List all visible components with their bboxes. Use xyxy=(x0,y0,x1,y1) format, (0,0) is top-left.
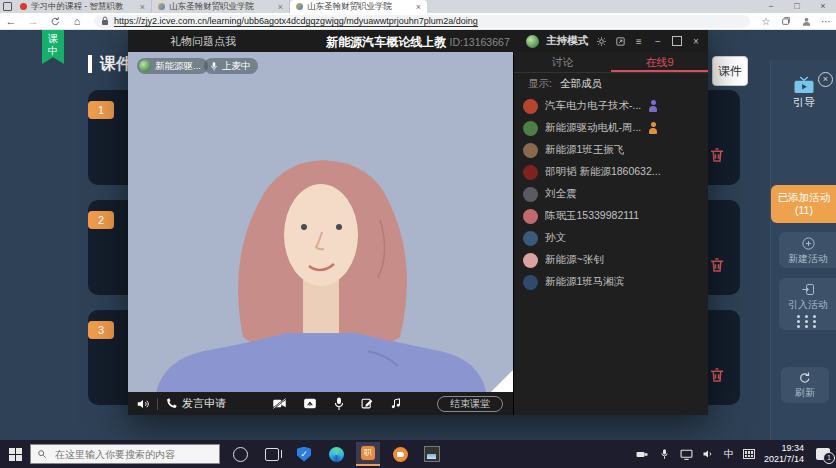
cortana-button[interactable] xyxy=(228,442,252,466)
avatar xyxy=(523,143,538,158)
list-item[interactable]: 新能源驱动电机-周... xyxy=(514,117,708,139)
avatar xyxy=(523,121,538,136)
tab-online[interactable]: 在线9 xyxy=(611,52,708,72)
back-icon[interactable]: ← xyxy=(0,13,22,29)
camera-off-icon[interactable] xyxy=(272,397,287,411)
avatar xyxy=(523,209,538,224)
mic-tray-icon[interactable] xyxy=(658,448,671,461)
close-tab-icon[interactable]: × xyxy=(278,2,283,12)
profile-icon[interactable] xyxy=(796,16,816,27)
volume-tray-icon[interactable] xyxy=(702,448,715,461)
photos-app-icon[interactable] xyxy=(420,442,444,466)
browser-tab-active[interactable]: 山东圣翰财贸职业学院 × xyxy=(290,0,427,13)
security-app-icon[interactable]: ✓ xyxy=(292,442,316,466)
list-item[interactable]: 孙文 xyxy=(514,227,708,249)
address-field[interactable]: https://zjy2.icve.com.cn/learning/ubb6ag… xyxy=(94,15,750,28)
live-class-app-icon[interactable]: 职 xyxy=(356,442,380,466)
url-bar: ← → ⌂ https://zjy2.icve.com.cn/learning/… xyxy=(0,13,836,30)
close-icon[interactable]: × xyxy=(810,0,836,13)
end-class-button[interactable]: 结束课堂 xyxy=(437,396,503,412)
trash-icon[interactable] xyxy=(708,146,726,164)
list-item[interactable]: 刘全震 xyxy=(514,183,708,205)
notification-badge: 1 xyxy=(823,452,835,464)
plus-circle-icon xyxy=(801,236,816,251)
meeting-titlebar[interactable]: 礼物问题点我 新能源汽车概论线上教 ID:13163667 主持模式 ≡ − × xyxy=(128,30,708,52)
filter-value[interactable]: 全部成员 xyxy=(560,77,602,91)
start-button[interactable] xyxy=(0,448,30,461)
page-title: 课件 xyxy=(88,55,132,73)
import-icon xyxy=(801,282,816,297)
more-activities-dots[interactable] xyxy=(797,315,819,328)
reload-icon[interactable] xyxy=(44,14,66,29)
new-activity-button[interactable]: 新建活动 xyxy=(779,232,836,268)
close-icon[interactable]: × xyxy=(690,35,702,47)
minimize-icon[interactable]: − xyxy=(652,35,664,47)
edge-browser-icon[interactable] xyxy=(324,442,348,466)
tab-strip: 学习中的课程 - 智慧职教 × 山东圣翰财贸职业学院 × 山东圣翰财贸职业学院 … xyxy=(0,0,836,13)
popout-icon[interactable] xyxy=(614,35,626,47)
host-mode-label: 主持模式 xyxy=(546,34,588,48)
favorites-star-icon[interactable]: ☆ xyxy=(756,16,776,27)
taskbar-search[interactable] xyxy=(30,444,220,464)
windows-taskbar: ✓ 职 中 19:34 2021/7/14 1 xyxy=(0,440,836,468)
usb-tray-icon[interactable] xyxy=(636,448,649,461)
close-icon[interactable]: × xyxy=(818,72,833,87)
presenter-illustration xyxy=(128,52,513,392)
collections-icon[interactable] xyxy=(776,16,796,26)
filter-label: 显示: xyxy=(528,77,552,91)
list-item[interactable]: 新能源1班王振飞 xyxy=(514,139,708,161)
trash-icon[interactable] xyxy=(708,256,726,274)
refresh-button[interactable]: 刷新 xyxy=(781,367,829,403)
date: 2021/7/14 xyxy=(764,454,804,465)
windows-logo-icon xyxy=(9,448,22,461)
more-menu-icon[interactable]: ⋯ xyxy=(816,16,836,27)
tab-chat[interactable]: 讨论 xyxy=(514,52,611,72)
home-icon[interactable]: ⌂ xyxy=(66,13,88,29)
raise-hand-icon xyxy=(648,122,658,134)
settings-gear-icon[interactable] xyxy=(595,35,607,47)
browser-tab[interactable]: 山东圣翰财贸职业学院 × xyxy=(152,0,290,13)
close-tab-icon[interactable]: × xyxy=(140,2,145,12)
avatar xyxy=(523,253,538,268)
resize-handle[interactable] xyxy=(491,370,513,392)
avatar xyxy=(523,165,538,180)
ime-indicator[interactable]: 中 xyxy=(724,447,734,461)
list-item[interactable]: 新能源1班马湘滨 xyxy=(514,271,708,293)
display-tray-icon[interactable] xyxy=(680,448,693,461)
minimize-icon[interactable]: − xyxy=(758,0,784,13)
added-activities-button[interactable]: 已添加活动 (11) xyxy=(771,185,836,223)
courseware-button[interactable]: 课件 xyxy=(712,56,748,86)
maximize-icon[interactable]: □ xyxy=(784,0,810,13)
maximize-icon[interactable] xyxy=(671,35,683,47)
forward-icon[interactable]: → xyxy=(22,13,44,29)
list-item[interactable]: 新能源~张钊 xyxy=(514,249,708,271)
edit-icon[interactable] xyxy=(361,397,374,411)
video-area: 新能源驱... 上麦中 xyxy=(128,52,513,392)
notification-icon[interactable]: 1 xyxy=(816,448,830,460)
list-item[interactable]: 邵明韬 新能源1860632... xyxy=(514,161,708,183)
trash-icon[interactable] xyxy=(708,366,726,384)
close-tab-icon[interactable]: × xyxy=(416,2,421,12)
search-input[interactable] xyxy=(53,448,207,461)
list-item[interactable]: 陈珉玉15339982111 xyxy=(514,205,708,227)
card-number: 1 xyxy=(88,101,114,119)
raise-hand-icon xyxy=(648,100,658,112)
activity-sidebar: 引导 × 已添加活动 (11) 新建活动 引入活动 刷新 xyxy=(770,60,836,468)
music-icon[interactable] xyxy=(390,397,402,411)
menu-icon[interactable]: ≡ xyxy=(633,35,645,47)
import-activity-button[interactable]: 引入活动 xyxy=(779,278,836,330)
meeting-id: ID:13163667 xyxy=(450,36,510,48)
tab-actions-icon[interactable] xyxy=(0,0,14,13)
clock[interactable]: 19:34 2021/7/14 xyxy=(764,443,804,465)
browser-tab[interactable]: 学习中的课程 - 智慧职教 × xyxy=(14,0,152,13)
dingtalk-app-icon[interactable] xyxy=(388,442,412,466)
speech-request-button[interactable]: 发言申请 xyxy=(182,396,226,411)
speaker-icon[interactable] xyxy=(136,397,150,411)
presenter-pill: 新能源驱... xyxy=(137,58,208,74)
phone-icon[interactable] xyxy=(165,397,178,410)
touch-keyboard-icon[interactable] xyxy=(743,449,755,459)
task-view-button[interactable] xyxy=(260,442,284,466)
list-item[interactable]: 汽车电力电子技术-... xyxy=(514,95,708,117)
screen-share-icon[interactable] xyxy=(303,397,317,411)
mic-icon[interactable] xyxy=(333,397,345,411)
